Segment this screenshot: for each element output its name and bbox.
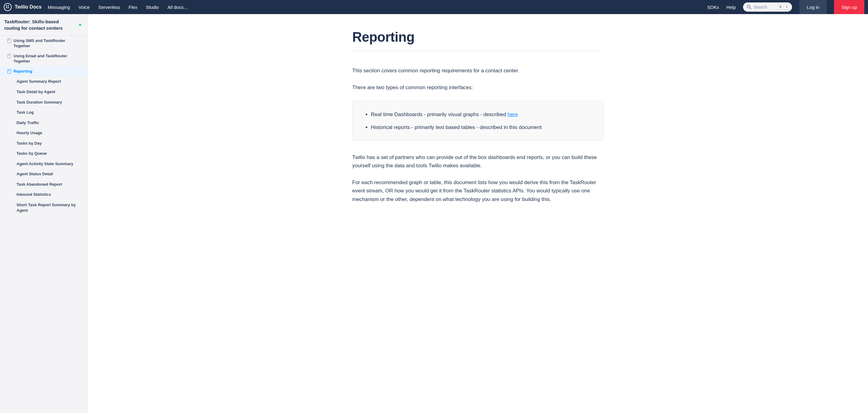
sidebar-item[interactable]: Using Email and TaskRouter Together [0,51,87,66]
layout: TaskRouter: Skills-based routing for con… [0,14,868,413]
brand-text: Twilio Docs [15,4,42,10]
sidebar-subitem[interactable]: Agent Activity State Summary [0,159,87,169]
status-dot-icon [79,24,81,26]
here-link[interactable]: here [507,112,518,117]
login-button[interactable]: Log in [799,0,827,14]
sidebar-title[interactable]: TaskRouter: Skills-based routing for con… [0,14,87,36]
search-icon [747,5,752,9]
paragraph: Twilio has a set of partners who can pro… [352,153,603,170]
sidebar-subitem[interactable]: Task Log [0,107,87,118]
sidebar-item[interactable]: Using SMS and TaskRouter Together [0,36,87,51]
sidebar: TaskRouter: Skills-based routing for con… [0,14,88,413]
sidebar-subitem[interactable]: Short Task Report Summary by Agent [0,200,87,215]
page-title: Reporting [352,29,603,51]
bullet-text: Real time Dashboards - primarily visual … [371,112,507,117]
nav-links: Messaging Voice Serverless Flex Studio A… [48,5,187,10]
main-content: Reporting This section covers common rep… [88,14,868,413]
sidebar-subitem[interactable]: Hourly Usage [0,128,87,138]
sidebar-item-label: Using SMS and TaskRouter Together [13,38,83,49]
sidebar-subitem[interactable]: Agent Status Detail [0,169,87,179]
paragraph: For each recommended graph or table, thi… [352,178,603,203]
nav-link-studio[interactable]: Studio [146,5,159,10]
list-item: Historical reports - primarily text base… [371,123,591,131]
twilio-logo-icon [4,3,12,11]
sidebar-subitem[interactable]: Task Duration Summary [0,97,87,108]
svg-line-1 [750,8,751,9]
document-icon [7,39,11,43]
sidebar-item-label: Using Email and TaskRouter Together [13,54,83,64]
nav-right: SDKs Help Search ⌘ K Log in Sign up [707,0,864,14]
document-icon [7,69,11,73]
sidebar-title-text: TaskRouter: Skills-based routing for con… [4,19,63,31]
list-item: Real time Dashboards - primarily visual … [371,110,591,119]
sidebar-subitem[interactable]: Task Detail by Agent [0,87,87,97]
document-icon [7,54,11,58]
nav-link-messaging[interactable]: Messaging [48,5,70,10]
paragraph: This section covers common reporting req… [352,66,603,75]
sidebar-item-label: Reporting [13,69,32,74]
sidebar-item[interactable]: Reporting [0,66,87,77]
nav-link-all-docs[interactable]: All docs... [167,5,187,10]
nav-link-flex[interactable]: Flex [129,5,137,10]
search-placeholder: Search [753,5,776,9]
search-shortcut: ⌘ K [778,4,789,10]
key-cmd: ⌘ [778,4,783,10]
nav-link-help[interactable]: Help [726,5,736,10]
nav-link-serverless[interactable]: Serverless [98,5,120,10]
sidebar-subitem[interactable]: Daily Traffic [0,118,87,128]
sidebar-subitem[interactable]: Agent Summary Report [0,76,87,87]
sidebar-subitem[interactable]: Task Abandoned Report [0,179,87,190]
key-k: K [784,4,789,10]
nav-link-voice[interactable]: Voice [79,5,90,10]
sidebar-subitem[interactable]: Tasks by Day [0,138,87,149]
sidebar-subitem[interactable]: Inbound Statistics [0,189,87,200]
svg-point-0 [747,5,750,8]
callout-box: Real time Dashboards - primarily visual … [352,101,603,141]
brand[interactable]: Twilio Docs [4,3,48,11]
top-nav: Twilio Docs Messaging Voice Serverless F… [0,0,868,14]
nav-link-sdks[interactable]: SDKs [707,5,719,10]
sidebar-subitem[interactable]: Tasks by Queue [0,148,87,159]
signup-button[interactable]: Sign up [834,0,864,14]
paragraph: There are two types of common reporting … [352,83,603,92]
search-input[interactable]: Search ⌘ K [743,2,792,12]
